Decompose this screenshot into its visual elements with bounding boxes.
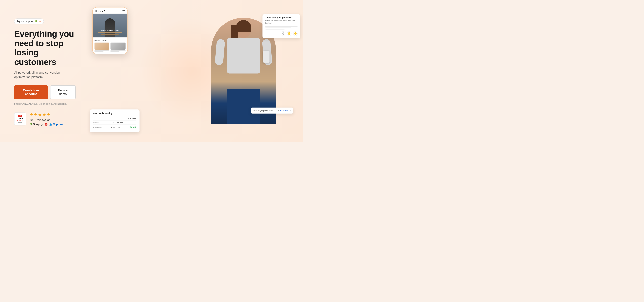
phone-reco-image-2 xyxy=(110,43,125,50)
book-demo-button[interactable]: Book a demo xyxy=(50,85,75,99)
menu-line-2 xyxy=(122,11,125,11)
feedback-line-3 xyxy=(265,29,285,30)
ab-control-value: $132,780.00 xyxy=(113,122,123,124)
ab-challenger-value: $163,336.50 xyxy=(111,126,120,128)
review-section: ★ ★ ★ ★ ★ 800+ reviews on Shopify G2 xyxy=(30,112,64,126)
g2-platform-logo: G2 xyxy=(45,123,47,126)
star-3: ★ xyxy=(38,112,42,117)
phone-reco-image-1 xyxy=(95,43,109,50)
shopify-icon xyxy=(34,20,38,23)
feedback-card-subtitle: Before you leave, we'd love to hear your… xyxy=(265,20,298,24)
ab-control-label: Control xyxy=(93,122,99,124)
reco-line-4 xyxy=(110,51,119,52)
phone-reco-items xyxy=(95,43,126,52)
person-jeans xyxy=(227,89,260,124)
discount-code: FZ316A6 xyxy=(280,110,288,112)
star-4: ★ xyxy=(42,112,46,117)
discount-close-button[interactable]: ✕ xyxy=(289,109,291,112)
ab-challenger-lift: +36% xyxy=(130,126,136,129)
phone-app-logo: ILLUME xyxy=(95,10,106,12)
ab-col-lift-header: Lift in sales xyxy=(127,118,136,120)
phone-reco-item-2 xyxy=(110,43,125,52)
feedback-lines xyxy=(265,26,298,29)
phone-hero-image: Welcome back, Julie! xyxy=(93,14,127,37)
person-arm-left xyxy=(215,39,225,65)
person-phone-prop xyxy=(263,51,270,63)
g2-leader-badge: G2 Leader SUMMER 2023 xyxy=(14,112,26,125)
g2-year-text: 2023 xyxy=(18,121,22,123)
svg-marker-3 xyxy=(49,123,51,125)
social-proof: G2 Leader SUMMER 2023 ★ ★ ★ ★ ★ 800+ rev… xyxy=(14,112,75,126)
emoji-sad-button[interactable]: ☹ xyxy=(281,31,285,36)
shopify-platform-logo: Shopify xyxy=(30,123,43,126)
capterra-platform-logo: Capterra xyxy=(49,123,64,126)
phone-reco-lines-2 xyxy=(110,50,125,52)
svg-text:G2: G2 xyxy=(45,123,47,125)
review-count: 800+ reviews on xyxy=(30,118,64,121)
reco-line-2 xyxy=(95,51,104,52)
star-2: ★ xyxy=(34,112,37,117)
menu-line-3 xyxy=(122,12,125,12)
shopify-badge[interactable]: Try our app for → xyxy=(14,18,44,24)
ab-test-control-row: Control $132,780.00 xyxy=(93,121,136,125)
reco-line-1 xyxy=(95,50,109,51)
left-section: Try our app for → Everything you need to… xyxy=(0,0,83,142)
feedback-popup-card: ✕ Thanks for your purchase! Before you l… xyxy=(262,14,300,38)
star-rating: ★ ★ ★ ★ ★ xyxy=(30,112,64,117)
phone-header: ILLUME xyxy=(93,8,127,14)
star-1: ★ xyxy=(30,112,33,117)
discount-text: Don't forget your discount code: FZ316A6 xyxy=(253,110,288,112)
ab-test-title: A/B Test is running xyxy=(93,112,136,115)
phone-welcome-text: Welcome back, Julie! xyxy=(93,29,127,31)
shopify-badge-text: Try our app for xyxy=(17,20,33,23)
star-5: ★ xyxy=(47,112,50,117)
ab-test-challenger-row: Challenger $163,336.50 +36% xyxy=(93,125,136,130)
discount-label: Don't forget your discount code: xyxy=(253,110,280,112)
review-platforms: Shopify G2 Capterra xyxy=(30,123,64,126)
hero-title: Everything you need to stop losing custo… xyxy=(14,29,75,67)
right-section: ILLUME Welcome back, Julie! xyxy=(83,0,303,142)
emoji-happy-button[interactable]: 😊 xyxy=(293,31,298,36)
phone-reco-lines-1 xyxy=(95,50,109,52)
feedback-line-2 xyxy=(265,28,291,28)
emoji-neutral-button[interactable]: 🙂 xyxy=(287,31,291,36)
shopify-label: Shopify xyxy=(33,123,43,126)
ab-test-header-row: Lift in sales xyxy=(93,117,136,121)
feedback-card-title: Thanks for your purchase! xyxy=(265,17,298,19)
feedback-close-button[interactable]: ✕ xyxy=(297,16,298,18)
feedback-line-1 xyxy=(265,26,298,27)
phone-cta-bar-1 xyxy=(98,32,122,33)
arrow-icon: → xyxy=(39,20,41,23)
reco-line-3 xyxy=(110,50,125,51)
phone-reco-title: Still interested? xyxy=(95,39,126,41)
page-wrapper: Try our app for → Everything you need to… xyxy=(0,0,303,142)
phone-recommendation-section: Still interested? xyxy=(93,37,127,54)
phone-hero-overlay: Welcome back, Julie! xyxy=(93,29,127,35)
phone-hamburger-icon xyxy=(122,10,125,12)
ab-test-card: A/B Test is running Lift in sales Contro… xyxy=(90,109,139,132)
feedback-emoji-buttons: ☹ 🙂 😊 xyxy=(265,31,298,36)
g2-top-label: G2 xyxy=(18,115,22,117)
create-account-button[interactable]: Create free account xyxy=(14,85,48,99)
ab-challenger-label: Challenger xyxy=(93,126,102,128)
phone-cta-bar-inner xyxy=(101,34,119,35)
person-body xyxy=(227,38,260,73)
discount-popup-card: Don't forget your discount code: FZ316A6… xyxy=(251,108,293,114)
capterra-label: Capterra xyxy=(53,123,64,126)
phone-mockup: ILLUME Welcome back, Julie! xyxy=(92,7,128,54)
g2-leader-text: Leader xyxy=(17,118,24,120)
phone-reco-item-1 xyxy=(95,43,109,52)
cta-buttons: Create free account Book a demo xyxy=(14,85,75,99)
phone-cta-bar-2 xyxy=(93,34,127,35)
hero-subtitle: AI-powered, all-in-one conversion optimi… xyxy=(14,70,75,80)
menu-line-1 xyxy=(122,10,125,11)
free-plan-note: FREE PLAN AVAILABLE. NO CREDIT CARD NEED… xyxy=(14,103,75,105)
